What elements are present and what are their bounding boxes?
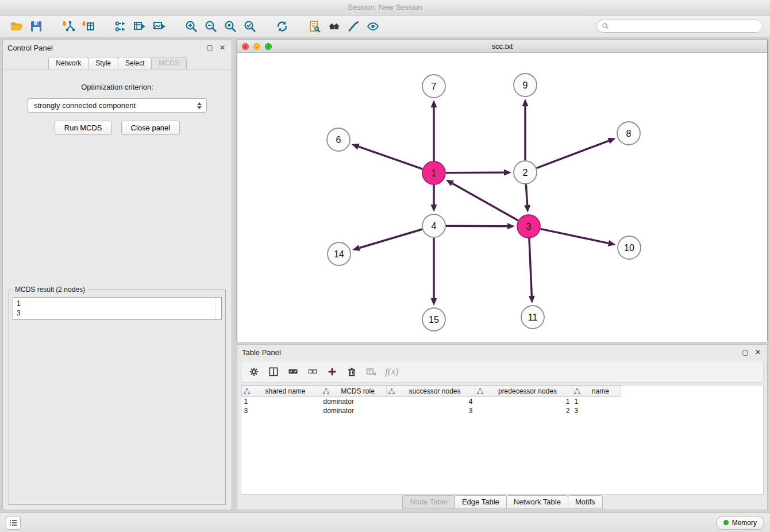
column-header-label: MCDS role bbox=[341, 387, 375, 395]
table-cell[interactable]: 1 bbox=[475, 397, 572, 406]
column-header-label: name bbox=[592, 387, 609, 395]
graph-edge-3-10[interactable] bbox=[541, 229, 609, 243]
run-mcds-button[interactable]: Run MCDS bbox=[55, 121, 112, 135]
refresh-button[interactable] bbox=[272, 18, 292, 35]
select-all-columns-button[interactable] bbox=[287, 366, 299, 377]
graph-node-3[interactable]: 3 bbox=[517, 215, 540, 238]
arrowhead-icon bbox=[431, 100, 437, 107]
graph-node-4[interactable]: 4 bbox=[422, 214, 445, 237]
style-brush-icon bbox=[346, 20, 360, 33]
import-table-button[interactable] bbox=[78, 18, 98, 35]
table-cell[interactable]: 3 bbox=[572, 406, 621, 415]
graph-node-8[interactable]: 8 bbox=[617, 122, 640, 145]
close-table-panel-icon[interactable]: ✕ bbox=[753, 348, 763, 357]
zoom-in-button[interactable] bbox=[182, 18, 201, 35]
float-table-panel-icon[interactable]: ▢ bbox=[741, 348, 750, 357]
table-cell[interactable]: 1 bbox=[572, 397, 621, 406]
export-table-button[interactable] bbox=[130, 18, 149, 35]
export-image-icon bbox=[152, 20, 166, 33]
tab-network[interactable]: Network bbox=[48, 57, 88, 70]
table-cell[interactable]: 3 bbox=[387, 406, 475, 415]
column-header-name[interactable]: name bbox=[572, 386, 621, 397]
tab-node-table[interactable]: Node Table bbox=[402, 495, 455, 509]
import-network-button[interactable] bbox=[59, 18, 78, 35]
memory-button[interactable]: Memory bbox=[716, 516, 764, 530]
show-columns-button[interactable] bbox=[268, 366, 279, 377]
function-builder-button[interactable]: f(x) bbox=[385, 366, 399, 377]
zoom-selected-icon bbox=[243, 20, 257, 33]
tab-edge-table[interactable]: Edge Table bbox=[455, 495, 507, 509]
column-header-successor-nodes[interactable]: successor nodes bbox=[387, 386, 475, 397]
graph-edge-3-11[interactable] bbox=[529, 238, 532, 296]
home-button[interactable] bbox=[324, 18, 344, 35]
import-network-icon bbox=[61, 20, 75, 33]
graph-edge-4-3[interactable] bbox=[446, 226, 507, 226]
graph-node-7[interactable]: 7 bbox=[422, 75, 445, 98]
graph-node-9[interactable]: 9 bbox=[514, 74, 537, 97]
network-canvas-wrap: 7968124314101511 bbox=[237, 53, 767, 342]
zoom-selected-button[interactable] bbox=[240, 18, 260, 35]
task-history-button[interactable] bbox=[6, 516, 21, 530]
svg-text:10: 10 bbox=[624, 243, 634, 253]
table-cell[interactable]: 3 bbox=[242, 406, 321, 415]
tab-select[interactable]: Select bbox=[118, 57, 152, 70]
column-header-predecessor-nodes[interactable]: predecessor nodes bbox=[475, 386, 572, 397]
arrowhead-icon bbox=[431, 205, 437, 212]
delete-table-button[interactable] bbox=[365, 366, 377, 377]
tab-network-table[interactable]: Network Table bbox=[506, 495, 568, 509]
unselect-all-columns-button[interactable] bbox=[307, 366, 318, 377]
graph-edge-1-6[interactable] bbox=[359, 147, 422, 169]
table-settings-button[interactable] bbox=[248, 366, 260, 377]
table-tabs: Node TableEdge TableNetwork TableMotifs bbox=[237, 495, 767, 510]
graph-edge-2-8[interactable] bbox=[537, 141, 609, 168]
node-table-head-row: shared nameMCDS rolesuccessor nodesprede… bbox=[242, 386, 621, 397]
graph-node-1[interactable]: 1 bbox=[422, 161, 445, 184]
graph-node-14[interactable]: 14 bbox=[328, 242, 351, 265]
close-panel-icon[interactable]: ✕ bbox=[218, 43, 227, 52]
table-row[interactable]: 3dominator323 bbox=[242, 406, 621, 415]
graph-edge-3-1[interactable] bbox=[452, 183, 518, 221]
show-hide-button[interactable] bbox=[363, 18, 383, 35]
export-image-button[interactable] bbox=[149, 18, 169, 35]
save-session-button[interactable] bbox=[26, 18, 46, 35]
style-brush-button[interactable] bbox=[344, 18, 363, 35]
graph-node-11[interactable]: 11 bbox=[521, 306, 544, 329]
graph-edge-2-3[interactable] bbox=[526, 184, 527, 205]
table-cell[interactable]: dominator bbox=[321, 397, 387, 406]
arrowhead-icon bbox=[607, 138, 615, 144]
delete-column-button[interactable] bbox=[346, 366, 357, 377]
zoom-out-button[interactable] bbox=[201, 18, 221, 35]
graph-edge-4-14[interactable] bbox=[359, 229, 422, 248]
close-panel-button[interactable]: Close panel bbox=[121, 121, 180, 135]
create-column-button[interactable] bbox=[326, 366, 338, 377]
float-panel-icon[interactable]: ▢ bbox=[205, 43, 214, 52]
zoom-fit-button[interactable] bbox=[221, 18, 240, 35]
trash-icon bbox=[346, 366, 357, 377]
main-toolbar bbox=[0, 16, 770, 37]
first-neighbors-button[interactable] bbox=[305, 18, 324, 35]
import-table-icon bbox=[81, 20, 95, 33]
tab-style[interactable]: Style bbox=[88, 57, 118, 70]
table-row[interactable]: 1dominator411 bbox=[242, 397, 621, 406]
graph-node-2[interactable]: 2 bbox=[514, 161, 537, 184]
zoom-fit-icon bbox=[224, 20, 237, 33]
table-cell[interactable]: 2 bbox=[475, 406, 572, 415]
table-cell[interactable]: 1 bbox=[242, 397, 321, 406]
tab-mcds[interactable]: MCDS bbox=[151, 57, 186, 70]
table-cell[interactable]: dominator bbox=[321, 406, 387, 415]
column-header-MCDS-role[interactable]: MCDS role bbox=[321, 386, 387, 397]
search-input[interactable] bbox=[612, 22, 758, 30]
mcds-result-box[interactable]: 13 bbox=[13, 297, 222, 320]
graph-node-15[interactable]: 15 bbox=[422, 308, 445, 331]
tab-motifs[interactable]: Motifs bbox=[568, 495, 603, 509]
export-network-button[interactable] bbox=[110, 18, 130, 35]
graph-edge-1-2[interactable] bbox=[446, 172, 504, 173]
graph-node-6[interactable]: 6 bbox=[327, 128, 350, 151]
column-header-shared-name[interactable]: shared name bbox=[242, 386, 321, 397]
graph-node-10[interactable]: 10 bbox=[618, 236, 641, 259]
criterion-select[interactable]: strongly connected component bbox=[28, 98, 207, 113]
open-session-button[interactable] bbox=[7, 18, 26, 35]
table-cell[interactable]: 4 bbox=[387, 397, 475, 406]
network-canvas[interactable]: 7968124314101511 bbox=[237, 53, 768, 340]
home-icon bbox=[327, 20, 341, 33]
